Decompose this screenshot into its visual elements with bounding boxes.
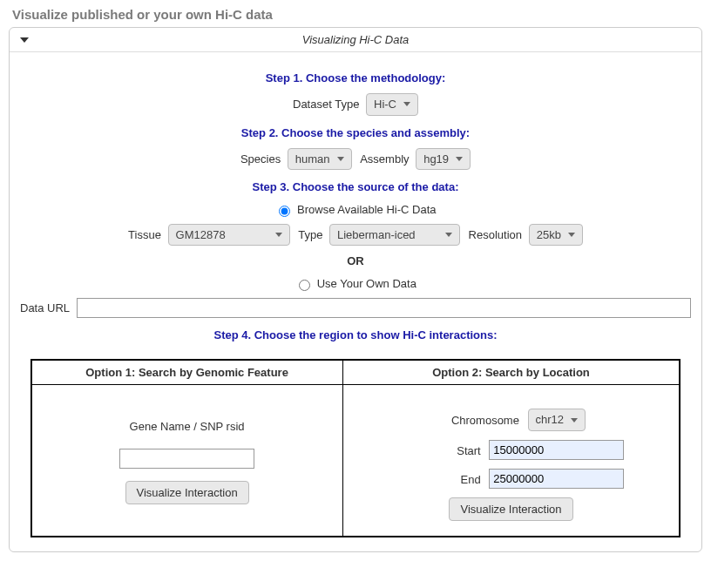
use-own-data-radio[interactable] (299, 280, 310, 291)
svg-marker-3 (456, 157, 463, 161)
assembly-select[interactable]: hg19 (416, 148, 471, 171)
chevron-down-icon (337, 157, 344, 161)
start-label: Start (398, 444, 481, 457)
gene-snp-input[interactable] (119, 449, 254, 469)
option1-cell: Gene Name / SNP rsid Visualize Interacti… (31, 384, 343, 537)
start-input[interactable] (489, 440, 624, 460)
data-url-label: Data URL (20, 301, 70, 314)
visualize-button-option1[interactable]: Visualize Interaction (125, 481, 249, 504)
or-divider: OR (20, 254, 691, 267)
visualize-button-option2[interactable]: Visualize Interaction (449, 497, 572, 521)
svg-marker-7 (571, 418, 578, 422)
species-select[interactable]: human (288, 148, 352, 171)
chromosome-value: chr12 (536, 413, 565, 427)
tissue-select[interactable]: GM12878 (168, 224, 290, 247)
step1-row: Dataset Type Hi-C (20, 93, 691, 116)
chevron-down-icon (403, 102, 410, 106)
data-url-input[interactable] (77, 298, 691, 318)
panel-header[interactable]: Visualizing Hi-C Data (10, 28, 701, 52)
step1-heading: Step 1. Choose the methodology: (20, 71, 691, 84)
step3-heading: Step 3. Choose the source of the data: (20, 180, 691, 193)
resolution-label: Resolution (469, 228, 522, 241)
collapse-caret-icon (20, 37, 29, 43)
svg-marker-0 (20, 37, 29, 43)
dataset-type-select[interactable]: Hi-C (366, 93, 418, 116)
browse-available-label: Browse Available Hi-C Data (297, 203, 436, 216)
tissue-label: Tissue (128, 228, 161, 241)
chromosome-row: Chromosome chr12 (349, 409, 674, 431)
main-panel: Visualizing Hi-C Data Step 1. Choose the… (9, 27, 702, 552)
options-table: Option 1: Search by Genomic Feature Opti… (30, 359, 681, 538)
tissue-value: GM12878 (176, 228, 226, 242)
svg-marker-5 (445, 233, 452, 237)
svg-marker-6 (568, 233, 575, 237)
end-label: End (398, 473, 481, 486)
page-title: Visualize published or your own Hi-C dat… (12, 7, 702, 22)
end-row: End (349, 469, 674, 489)
resolution-select[interactable]: 25kb (529, 224, 583, 247)
own-radio-row: Use Your Own Data (20, 276, 691, 291)
gene-snp-label: Gene Name / SNP rsid (37, 420, 337, 433)
svg-marker-4 (275, 233, 282, 237)
type-label: Type (298, 228, 322, 241)
browse-radio-row: Browse Available Hi-C Data (20, 202, 691, 217)
data-url-row: Data URL (20, 298, 691, 318)
chevron-down-icon (456, 157, 463, 161)
start-row: Start (349, 440, 674, 460)
species-value: human (295, 152, 330, 166)
chromosome-label: Chromosome (437, 414, 519, 427)
step2-heading: Step 2. Choose the species and assembly: (20, 126, 691, 139)
chevron-down-icon (240, 233, 282, 237)
use-own-data-label: Use Your Own Data (317, 277, 416, 290)
dataset-type-label: Dataset Type (293, 98, 359, 111)
type-value: Lieberman-iced (337, 228, 416, 242)
resolution-value: 25kb (537, 228, 561, 242)
option1-header: Option 1: Search by Genomic Feature (31, 360, 343, 385)
chromosome-select[interactable]: chr12 (528, 409, 586, 431)
option2-header: Option 2: Search by Location (342, 360, 680, 385)
chevron-down-icon (571, 418, 578, 422)
assembly-value: hg19 (423, 152, 449, 166)
page-root: Visualize published or your own Hi-C dat… (0, 0, 711, 559)
step3-selects-row: Tissue GM12878 Type Lieberman-iced Resol… (20, 224, 691, 247)
chevron-down-icon (568, 233, 575, 237)
step2-row: Species human Assembly hg19 (20, 148, 691, 171)
svg-marker-2 (337, 157, 344, 161)
option2-cell: Chromosome chr12 Start (342, 384, 680, 537)
species-label: Species (240, 152, 281, 166)
assembly-label: Assembly (360, 152, 409, 166)
chevron-down-icon (419, 233, 452, 237)
browse-available-radio[interactable] (279, 206, 290, 217)
panel-title: Visualizing Hi-C Data (302, 33, 410, 46)
panel-body: Step 1. Choose the methodology: Dataset … (10, 52, 701, 551)
type-select[interactable]: Lieberman-iced (329, 224, 460, 247)
svg-marker-1 (403, 102, 410, 106)
step4-heading: Step 4. Choose the region to show Hi-C i… (20, 328, 691, 341)
end-input[interactable] (489, 469, 624, 489)
dataset-type-value: Hi-C (374, 98, 396, 112)
